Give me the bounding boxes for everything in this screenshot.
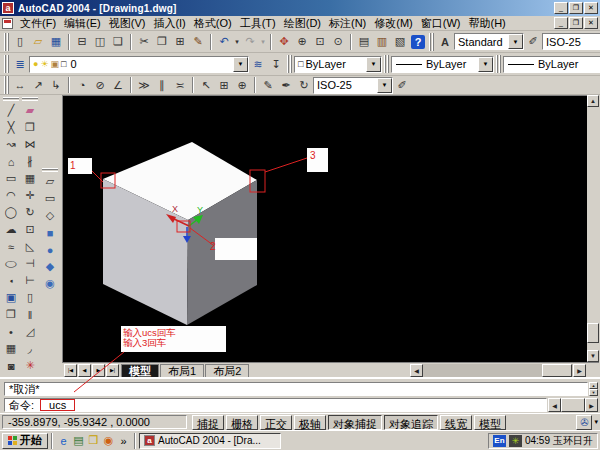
dim-center-mark-icon[interactable]: ⊕: [233, 77, 251, 93]
dim-leader-icon[interactable]: ↖: [197, 77, 215, 93]
menu-draw[interactable]: 绘图(D): [280, 15, 325, 32]
menu-window[interactable]: 窗口(W): [417, 15, 465, 32]
menu-help[interactable]: 帮助(H): [465, 15, 510, 32]
canvas-horizontal-scrollbar[interactable]: ◀ ▶: [410, 364, 599, 377]
autocad-task-button[interactable]: a AutoCAD 2004 - [Dra...: [139, 433, 281, 449]
horizontal-scroll-thumb[interactable]: [561, 398, 585, 412]
shade-gouraud-edges-icon[interactable]: ◉: [41, 275, 59, 292]
tool-palettes-icon[interactable]: ▧: [391, 34, 409, 50]
make-block-icon[interactable]: ❐: [2, 306, 20, 323]
ellipse-arc-icon[interactable]: ◖: [2, 275, 20, 285]
window-close-button[interactable]: ✕: [584, 2, 598, 14]
zoom-window-icon[interactable]: ⊡: [311, 34, 329, 50]
combo-arrow-icon[interactable]: ▼: [478, 57, 493, 72]
new-icon[interactable]: ▯: [11, 34, 29, 50]
spline-icon[interactable]: ≈: [2, 238, 20, 255]
designcenter-icon[interactable]: ▥: [373, 34, 391, 50]
paste-icon[interactable]: ⊞: [171, 34, 189, 50]
dimension-style-combo[interactable]: ISO-25 ▼: [313, 77, 393, 94]
command-input-value[interactable]: ucs: [40, 399, 75, 411]
dimension-update-style-icon[interactable]: ✐: [393, 77, 411, 93]
circle-icon[interactable]: ◯: [2, 204, 20, 221]
toolbar-grip[interactable]: [3, 97, 19, 101]
shade-flat-edges-icon[interactable]: ◆: [41, 258, 59, 275]
status-bar-expand-icon[interactable]: ▾: [594, 418, 598, 426]
coordinate-readout[interactable]: -359.8979, -95.9342 , 0.0000: [2, 415, 187, 429]
ie-icon[interactable]: e: [56, 433, 71, 448]
array-icon[interactable]: ▦: [21, 170, 39, 187]
explode-icon[interactable]: ✳: [21, 357, 39, 374]
window-restore-button[interactable]: ❐: [569, 2, 583, 14]
toolbar-grip[interactable]: [429, 33, 434, 51]
folder-icon[interactable]: ❒: [86, 433, 101, 448]
dim-ordinate-icon[interactable]: ↳: [47, 77, 65, 93]
command-history[interactable]: *取消*: [4, 382, 588, 396]
break-at-point-icon[interactable]: ▯: [21, 289, 39, 306]
plot-icon[interactable]: ⊟: [73, 34, 91, 50]
start-button[interactable]: 开始: [2, 433, 48, 449]
copy-object-icon[interactable]: ❐: [21, 119, 39, 136]
menu-modify[interactable]: 修改(M): [370, 15, 417, 32]
dim-linear-icon[interactable]: ↔: [11, 77, 29, 93]
color-combo[interactable]: □ ByLayer ▼: [294, 56, 382, 73]
undo-dropdown-arrow[interactable]: ▾: [233, 34, 241, 50]
lineweight-combo[interactable]: ByLayer: [503, 56, 600, 73]
tab-scroll-next-button[interactable]: ▶: [92, 364, 105, 377]
toolbar-grip[interactable]: [42, 168, 58, 172]
erase-icon[interactable]: ▰: [21, 102, 39, 119]
hatch-icon[interactable]: ▦: [2, 340, 20, 357]
tab-layout1[interactable]: 布局1: [160, 364, 204, 378]
mdi-minimize-button[interactable]: _: [554, 17, 568, 29]
menu-edit[interactable]: 编辑(E): [60, 15, 105, 32]
arc-icon[interactable]: ◠: [2, 187, 20, 204]
make-layer-current-icon[interactable]: ↧: [267, 56, 285, 72]
tab-scroll-prev-button[interactable]: ◀: [78, 364, 91, 377]
polygon-icon[interactable]: ⌂: [2, 153, 20, 170]
shade-2d-wireframe-icon[interactable]: ▱: [41, 173, 59, 190]
dim-baseline-icon[interactable]: ∥: [153, 77, 171, 93]
revcloud-icon[interactable]: ☁: [2, 221, 20, 238]
scroll-left-button[interactable]: ◀: [548, 398, 561, 412]
scroll-left-button[interactable]: ◀: [410, 364, 423, 377]
tab-layout2[interactable]: 布局2: [205, 364, 249, 378]
toolbar-grip[interactable]: [22, 97, 38, 101]
combo-arrow-icon[interactable]: ▼: [377, 78, 392, 93]
dim-tolerance-icon[interactable]: ⊞: [215, 77, 233, 93]
toolbar-grip[interactable]: [384, 55, 389, 73]
dim-aligned-icon[interactable]: ↗: [29, 77, 47, 93]
snap-toggle[interactable]: 捕捉: [192, 415, 224, 430]
media-player-icon[interactable]: ◉: [101, 433, 116, 448]
horizontal-scroll-track[interactable]: [423, 364, 573, 377]
dim-update-icon[interactable]: ↻: [295, 77, 313, 93]
menu-dimension[interactable]: 标注(N): [325, 15, 370, 32]
help-icon[interactable]: ?: [411, 35, 425, 49]
ellipse-icon[interactable]: ◯: [2, 258, 20, 268]
drawing-canvas[interactable]: [62, 95, 587, 362]
grid-toggle[interactable]: 栅格: [226, 415, 258, 430]
copy-icon[interactable]: ❐: [153, 34, 171, 50]
menu-file[interactable]: 文件(F): [16, 15, 60, 32]
offset-icon[interactable]: ∦: [21, 153, 39, 170]
open-icon[interactable]: ▱: [29, 34, 47, 50]
undo-icon[interactable]: ↶: [215, 34, 233, 50]
scroll-down-button[interactable]: ▼: [589, 389, 598, 396]
scroll-up-button[interactable]: ▲: [589, 382, 598, 389]
quick-launch-more-icon[interactable]: »: [116, 433, 131, 448]
dim-style-combo[interactable]: ISO-25 ▼: [542, 33, 600, 50]
move-icon[interactable]: ✛: [21, 187, 39, 204]
layer-states-icon[interactable]: ≋: [249, 56, 267, 72]
lineweight-toggle[interactable]: 线宽: [440, 415, 472, 430]
pan-realtime-icon[interactable]: ✥: [275, 34, 293, 50]
extend-icon[interactable]: ⊢: [21, 272, 39, 289]
scale-icon[interactable]: ⊡: [21, 221, 39, 238]
menu-view[interactable]: 视图(V): [105, 15, 150, 32]
tray-app-icon[interactable]: ✳: [509, 435, 522, 447]
menu-insert[interactable]: 插入(I): [149, 15, 189, 32]
break-icon[interactable]: ‖: [21, 306, 39, 323]
horizontal-scroll-thumb[interactable]: [542, 364, 572, 377]
tab-scroll-first-button[interactable]: |◀: [64, 364, 77, 377]
polar-toggle[interactable]: 极轴: [294, 415, 326, 430]
toolbar-grip[interactable]: [4, 33, 9, 51]
osnap-toggle[interactable]: 对象捕捉: [328, 415, 382, 430]
combo-arrow-icon[interactable]: ▼: [366, 57, 381, 72]
